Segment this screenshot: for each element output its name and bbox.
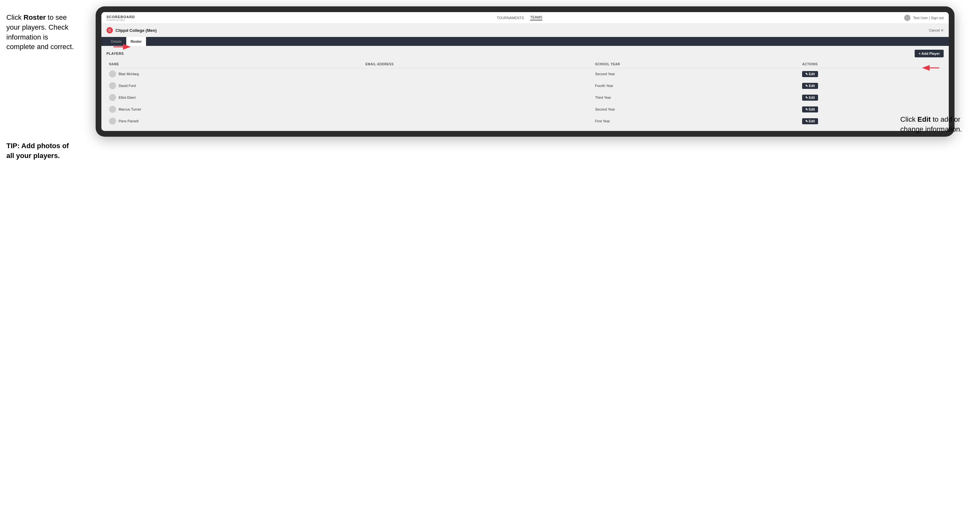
team-icon: C bbox=[107, 27, 113, 33]
add-player-button[interactable]: + Add Player bbox=[915, 50, 943, 57]
player-actions-cell: ✎ Edit bbox=[800, 92, 943, 103]
player-name: Blair McHarg bbox=[119, 72, 139, 76]
player-name-cell: Elliot Ebert bbox=[107, 92, 363, 103]
player-avatar-icon bbox=[109, 82, 116, 89]
logo-sub: Powered by clippd bbox=[107, 19, 135, 21]
player-year-cell: Second Year bbox=[592, 68, 800, 80]
player-name: David Ford bbox=[119, 84, 136, 87]
player-name: Marcus Turner bbox=[119, 107, 141, 111]
player-avatar-icon bbox=[109, 94, 116, 101]
table-row: David Ford Fourth Year✎ Edit bbox=[107, 80, 943, 92]
team-header: C Clippd College (Men) Cancel ✕ bbox=[101, 24, 949, 37]
players-header: PLAYERS + Add Player bbox=[107, 50, 943, 57]
player-actions-cell: ✎ Edit bbox=[800, 103, 943, 115]
player-email-cell bbox=[363, 115, 592, 127]
player-year-cell: Fourth Year bbox=[592, 80, 800, 92]
left-instructions: Click Roster to see your players. Check … bbox=[6, 6, 76, 161]
edit-emphasis: Edit bbox=[918, 115, 931, 123]
edit-button-row-4[interactable]: ✎ Edit bbox=[802, 118, 818, 124]
player-year-cell: First Year bbox=[592, 115, 800, 127]
player-name-cell: Piers Parnell bbox=[107, 115, 363, 127]
app-nav: TOURNAMENTS TEAMS bbox=[497, 15, 542, 21]
player-avatar-icon bbox=[109, 70, 116, 78]
team-name-area: C Clippd College (Men) bbox=[107, 27, 156, 33]
roster-arrow bbox=[113, 42, 133, 52]
app-header: SCOREBOARD Powered by clippd TOURNAMENTS… bbox=[101, 12, 949, 24]
table-row: Blair McHarg Second Year✎ Edit bbox=[107, 68, 943, 80]
tip-text: TIP: Add photos of all your players. bbox=[6, 141, 76, 161]
player-avatar-icon bbox=[109, 117, 116, 125]
edit-arrow bbox=[917, 63, 939, 73]
right-instructions: Click Edit to add or change information. bbox=[900, 115, 974, 135]
players-table: NAME EMAIL ADDRESS SCHOOL YEAR ACTIONS B… bbox=[107, 60, 943, 127]
col-header-school-year: SCHOOL YEAR bbox=[592, 60, 800, 68]
player-year-cell: Second Year bbox=[592, 103, 800, 115]
player-name-cell: Blair McHarg bbox=[107, 68, 363, 80]
player-year-cell: Third Year bbox=[592, 92, 800, 103]
edit-button-row-1[interactable]: ✎ Edit bbox=[802, 83, 818, 89]
edit-button-row-2[interactable]: ✎ Edit bbox=[802, 95, 818, 101]
player-name: Piers Parnell bbox=[119, 119, 138, 123]
table-header-row: NAME EMAIL ADDRESS SCHOOL YEAR ACTIONS bbox=[107, 60, 943, 68]
nav-teams[interactable]: TEAMS bbox=[530, 15, 542, 21]
player-email-cell bbox=[363, 80, 592, 92]
cancel-button[interactable]: Cancel ✕ bbox=[929, 29, 943, 32]
player-email-cell bbox=[363, 92, 592, 103]
player-name: Elliot Ebert bbox=[119, 95, 135, 99]
app-user: Test User | Sign out bbox=[904, 15, 943, 21]
tablet-screen: SCOREBOARD Powered by clippd TOURNAMENTS… bbox=[101, 12, 949, 131]
players-section: PLAYERS + Add Player NAME EMAIL ADDRESS … bbox=[101, 46, 949, 131]
col-header-email: EMAIL ADDRESS bbox=[363, 60, 592, 68]
player-avatar-icon bbox=[109, 106, 116, 113]
player-email-cell bbox=[363, 68, 592, 80]
player-name-cell: David Ford bbox=[107, 80, 363, 92]
tablet-frame: SCOREBOARD Powered by clippd TOURNAMENTS… bbox=[95, 6, 955, 137]
user-avatar-icon bbox=[904, 15, 910, 21]
table-row: Piers Parnell First Year✎ Edit bbox=[107, 115, 943, 127]
table-row: Marcus Turner Second Year✎ Edit bbox=[107, 103, 943, 115]
tabs-bar: Details Roster bbox=[101, 37, 949, 46]
players-label: PLAYERS bbox=[107, 52, 124, 56]
user-label: Test User | Sign out bbox=[913, 16, 943, 20]
logo-title: SCOREBOARD bbox=[107, 15, 135, 19]
edit-button-row-3[interactable]: ✎ Edit bbox=[802, 106, 818, 113]
table-row: Elliot Ebert Third Year✎ Edit bbox=[107, 92, 943, 103]
player-email-cell bbox=[363, 103, 592, 115]
team-title: Clippd College (Men) bbox=[115, 28, 156, 33]
player-actions-cell: ✎ Edit bbox=[800, 80, 943, 92]
roster-emphasis: Roster bbox=[24, 13, 46, 21]
player-name-cell: Marcus Turner bbox=[107, 103, 363, 115]
nav-tournaments[interactable]: TOURNAMENTS bbox=[497, 16, 524, 20]
edit-button-row-0[interactable]: ✎ Edit bbox=[802, 71, 818, 77]
app-logo: SCOREBOARD Powered by clippd bbox=[107, 15, 135, 21]
col-header-name: NAME bbox=[107, 60, 363, 68]
